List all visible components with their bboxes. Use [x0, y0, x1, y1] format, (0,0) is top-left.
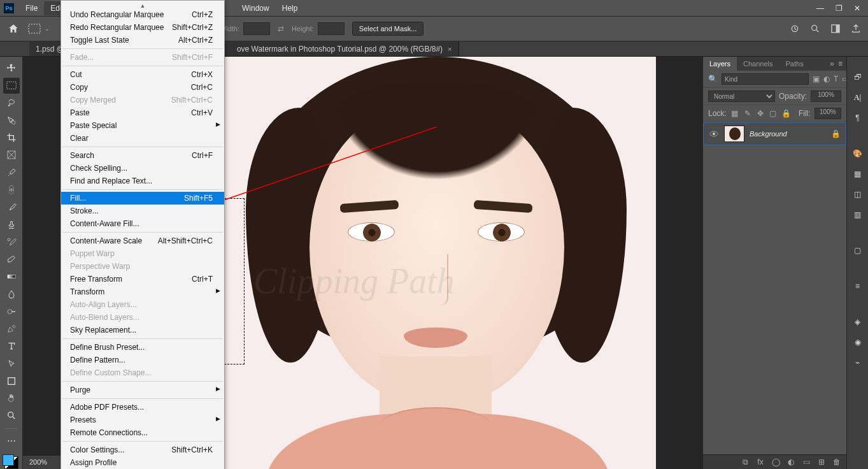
- filter-adjust-icon[interactable]: ◐: [823, 74, 830, 84]
- tab-paths[interactable]: Paths: [779, 57, 810, 71]
- blur-tool[interactable]: [3, 286, 20, 301]
- filter-type-icon[interactable]: T: [834, 74, 838, 84]
- blend-mode-select[interactable]: Normal: [708, 90, 775, 102]
- menu-item-clear[interactable]: Clear: [61, 132, 224, 145]
- marquee-tool-indicator[interactable]: ⌄: [28, 24, 50, 34]
- menu-item-define-brush-preset[interactable]: Define Brush Preset...: [61, 341, 224, 354]
- layer-filter-input[interactable]: [722, 73, 809, 85]
- quick-select-tool[interactable]: [3, 113, 20, 128]
- dock-properties-icon[interactable]: ▢: [851, 244, 864, 257]
- crop-tool[interactable]: [3, 130, 20, 145]
- fx-icon[interactable]: fx: [756, 458, 765, 466]
- lock-position-icon[interactable]: ✥: [756, 108, 765, 119]
- mask-icon[interactable]: ◯: [771, 458, 780, 466]
- menu-item-assign-profile[interactable]: Assign Profile: [61, 456, 224, 469]
- history-brush-tool[interactable]: [3, 234, 20, 250]
- search-icon[interactable]: [809, 23, 821, 34]
- menu-item-sky-replacement[interactable]: Sky Replacement...: [61, 324, 224, 336]
- home-button[interactable]: [6, 22, 20, 36]
- window-restore[interactable]: ❐: [836, 4, 843, 13]
- lock-transparency-icon[interactable]: ▦: [730, 108, 739, 119]
- tab-close-icon[interactable]: ×: [448, 45, 452, 53]
- select-and-mask-button[interactable]: Select and Mask...: [352, 22, 424, 36]
- window-minimize[interactable]: —: [816, 4, 824, 13]
- dock-paragraph-icon[interactable]: ¶: [851, 112, 864, 124]
- filter-image-icon[interactable]: ▣: [813, 74, 820, 84]
- pen-tool[interactable]: [3, 321, 20, 336]
- group-icon[interactable]: ▭: [802, 458, 811, 466]
- tab-channels[interactable]: Channels: [737, 57, 779, 71]
- eraser-tool[interactable]: [3, 252, 20, 267]
- workspace-icon[interactable]: [830, 23, 841, 34]
- menu-item-stroke[interactable]: Stroke...: [61, 205, 224, 217]
- menu-item-find-and-replace-text[interactable]: Find and Replace Text...: [61, 175, 224, 187]
- menu-item-free-transform[interactable]: Free TransformCtrl+T: [61, 273, 224, 285]
- edit-toolbar[interactable]: ⋯: [3, 433, 20, 449]
- menu-item-define-pattern[interactable]: Define Pattern...: [61, 354, 224, 366]
- eyedropper-tool[interactable]: [3, 165, 20, 180]
- dock-brushes-icon[interactable]: 🗗: [851, 71, 864, 83]
- menu-item-color-settings[interactable]: Color Settings...Shift+Ctrl+K: [61, 444, 224, 456]
- lock-pixel-icon[interactable]: ✎: [743, 108, 752, 119]
- lasso-tool[interactable]: [3, 96, 20, 111]
- menu-item-undo-rectangular-marquee[interactable]: Undo Rectangular MarqueeCtrl+Z: [61, 8, 224, 21]
- dock-layers-icon[interactable]: ◈: [851, 315, 864, 328]
- menu-item-toggle-last-state[interactable]: Toggle Last StateAlt+Ctrl+Z: [61, 34, 224, 47]
- dock-character-icon[interactable]: A|: [851, 91, 864, 104]
- dock-swatches-icon[interactable]: ▦: [851, 168, 864, 180]
- menu-item-paste[interactable]: PasteCtrl+V: [61, 106, 224, 119]
- trash-icon[interactable]: 🗑: [832, 458, 841, 466]
- window-close[interactable]: ✕: [854, 4, 860, 13]
- lock-artboard-icon[interactable]: ▢: [769, 108, 778, 119]
- cloud-docs-icon[interactable]: [789, 23, 800, 34]
- menu-item-search[interactable]: SearchCtrl+F: [61, 149, 224, 162]
- brush-tool[interactable]: [3, 199, 20, 215]
- menu-file[interactable]: File: [19, 1, 44, 15]
- menu-item-adobe-pdf-presets[interactable]: Adobe PDF Presets...: [61, 401, 224, 414]
- panel-collapse-icon[interactable]: »: [830, 59, 834, 68]
- menu-item-presets[interactable]: Presets▶: [61, 414, 224, 426]
- dock-adjustments-icon[interactable]: ≡: [851, 280, 864, 292]
- menu-item-cut[interactable]: CutCtrl+X: [61, 68, 224, 81]
- stamp-tool[interactable]: [3, 217, 20, 232]
- visibility-icon[interactable]: [709, 130, 719, 138]
- share-icon[interactable]: [850, 23, 862, 34]
- link-layers-icon[interactable]: ⧉: [741, 458, 750, 466]
- menu-item-purge[interactable]: Purge▶: [61, 384, 224, 396]
- hand-tool[interactable]: [3, 391, 20, 406]
- panel-menu-icon[interactable]: ≡: [838, 59, 843, 68]
- layer-row-background[interactable]: Background 🔒: [703, 122, 846, 145]
- healing-tool[interactable]: [3, 182, 20, 198]
- dock-color-icon[interactable]: 🎨: [851, 147, 864, 160]
- menu-item-remote-connections[interactable]: Remote Connections...: [61, 426, 224, 439]
- menu-window[interactable]: Window: [236, 1, 276, 15]
- path-select-tool[interactable]: [3, 356, 20, 372]
- tab-layers[interactable]: Layers: [703, 57, 737, 71]
- zoom-tool[interactable]: [3, 408, 20, 423]
- marquee-tool[interactable]: [3, 78, 20, 93]
- dock-gradients-icon[interactable]: ◫: [851, 188, 864, 201]
- gradient-tool[interactable]: [3, 269, 20, 284]
- menu-scroll-up[interactable]: ▲: [61, 3, 224, 8]
- shape-tool[interactable]: [3, 373, 20, 389]
- fill-value[interactable]: 100%: [815, 108, 841, 119]
- menu-help[interactable]: Help: [276, 1, 304, 15]
- frame-tool[interactable]: [3, 147, 20, 162]
- menu-item-redo-rectangular-marquee[interactable]: Redo Rectangular MarqueeShift+Ctrl+Z: [61, 21, 224, 34]
- menu-item-transform[interactable]: Transform▶: [61, 285, 224, 298]
- new-layer-icon[interactable]: ⊞: [817, 458, 826, 466]
- menu-item-content-aware-fill[interactable]: Content-Aware Fill...: [61, 217, 224, 230]
- menu-item-content-aware-scale[interactable]: Content-Aware ScaleAlt+Shift+Ctrl+C: [61, 234, 224, 247]
- dock-channels-icon[interactable]: ◉: [851, 336, 864, 349]
- color-swatch[interactable]: [4, 456, 18, 469]
- move-tool[interactable]: [3, 61, 20, 76]
- type-tool[interactable]: [3, 338, 20, 354]
- menu-item-copy[interactable]: CopyCtrl+C: [61, 81, 224, 94]
- opacity-value[interactable]: 100%: [811, 90, 841, 102]
- menu-item-check-spelling[interactable]: Check Spelling...: [61, 162, 224, 175]
- dock-paths-icon[interactable]: ⌁: [851, 356, 864, 369]
- lock-all-icon[interactable]: 🔒: [781, 108, 791, 119]
- menu-item-paste-special[interactable]: Paste Special▶: [61, 119, 224, 132]
- dodge-tool[interactable]: [3, 304, 20, 319]
- menu-item-fill[interactable]: Fill...Shift+F5: [61, 192, 224, 205]
